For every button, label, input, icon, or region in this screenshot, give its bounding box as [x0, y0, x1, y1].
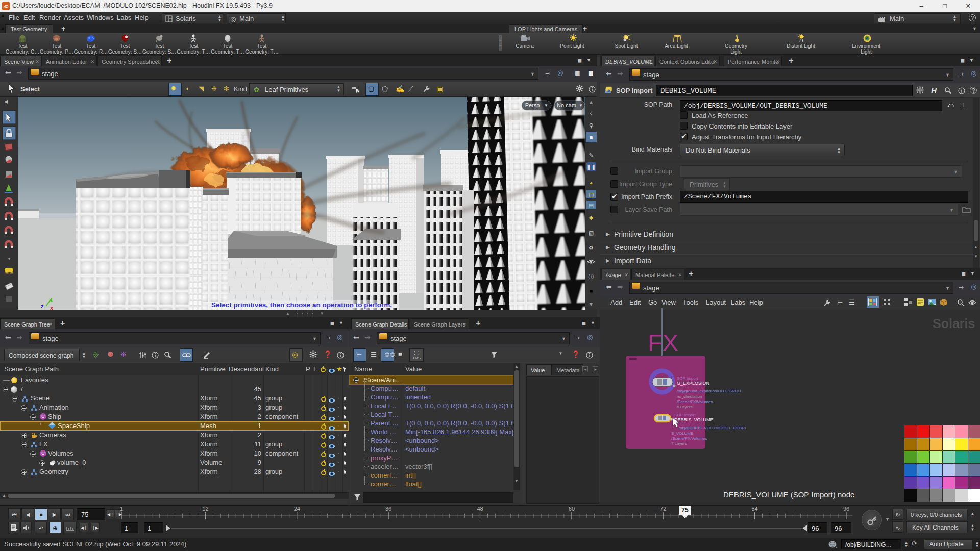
svg-text:x: x [50, 305, 54, 310]
svg-text:▢: ▢ [589, 191, 594, 197]
svg-text:48: 48 [477, 506, 483, 512]
svg-text:▼: ▼ [589, 301, 594, 307]
svg-text:72: 72 [660, 506, 666, 512]
svg-text:■: ■ [590, 288, 593, 294]
svg-text:☇: ☇ [590, 110, 593, 116]
svg-text:▲: ▲ [589, 99, 594, 105]
svg-text:84: 84 [751, 506, 757, 512]
svg-text:▤: ▤ [589, 202, 594, 208]
svg-text:❚❚: ❚❚ [586, 164, 596, 170]
svg-text:■: ■ [590, 134, 593, 140]
svg-text:⚲: ⚲ [589, 122, 593, 129]
svg-text:z: z [41, 303, 44, 309]
svg-text:Select primitives, then choose: Select primitives, then choose an operat… [211, 301, 392, 309]
svg-text:24: 24 [294, 506, 300, 512]
svg-text:▼: ▼ [579, 103, 583, 108]
svg-text:◕: ◕ [590, 180, 593, 186]
svg-text:◀: ◀ [4, 98, 8, 104]
svg-text:12: 12 [202, 506, 208, 512]
svg-text:+: + [934, 302, 936, 306]
svg-text:No cam: No cam [557, 102, 576, 108]
svg-text:▼: ▼ [7, 257, 11, 261]
svg-text:✎: ✎ [589, 152, 593, 158]
svg-text:1: 1 [120, 506, 123, 512]
svg-text:▼: ▼ [544, 103, 548, 108]
svg-text:ⓘ: ⓘ [589, 273, 594, 280]
svg-text:▧: ▧ [589, 230, 594, 236]
svg-text:36: 36 [385, 506, 391, 512]
svg-text:96: 96 [843, 506, 849, 512]
svg-text:Persp: Persp [525, 102, 540, 108]
svg-text:60: 60 [569, 506, 575, 512]
svg-text:♻: ♻ [589, 245, 594, 251]
svg-text:◆: ◆ [589, 214, 594, 220]
